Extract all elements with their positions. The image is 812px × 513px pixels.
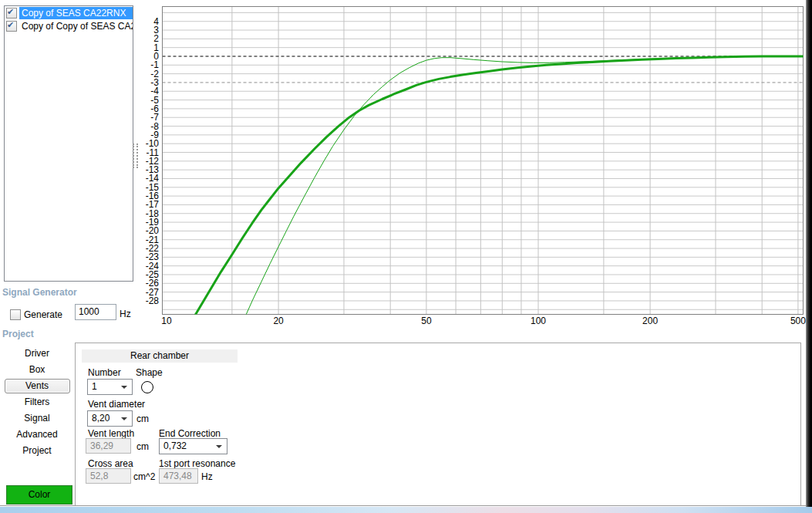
vent-length-unit: cm <box>136 441 149 452</box>
taskbar-sliver <box>0 507 812 513</box>
cross-area-unit: cm^2 <box>133 471 155 482</box>
driver-list-item[interactable]: Copy of SEAS CA22RNX <box>5 6 133 19</box>
shape-circle-icon[interactable] <box>141 381 153 393</box>
frequency-input[interactable]: 1000 <box>75 304 116 320</box>
nav-item-advanced[interactable]: Advanced <box>0 427 74 443</box>
svg-text:-28: -28 <box>146 295 160 306</box>
generate-label: Generate <box>24 309 62 320</box>
color-button[interactable]: Color <box>6 485 72 505</box>
svg-text:100: 100 <box>531 316 546 326</box>
driver-label: Copy of SEAS CA22RNX <box>19 7 133 19</box>
splitter-grip[interactable] <box>133 143 138 168</box>
svg-text:500: 500 <box>790 316 806 326</box>
port-resonance-label: 1st port resonance <box>159 458 235 469</box>
port-resonance-field: 473,48 <box>159 468 198 484</box>
vents-panel: Rear chamber Number Shape 1 Vent diamete… <box>75 343 801 506</box>
port-resonance-unit: Hz <box>201 471 213 482</box>
number-dropdown[interactable]: 1 <box>87 379 133 395</box>
vent-length-field: 36,29 <box>86 438 131 454</box>
end-correction-label: End Correction <box>159 428 221 439</box>
generate-checkbox[interactable] <box>10 309 21 320</box>
vent-diameter-label: Vent diameter <box>88 399 145 410</box>
signal-generator-title: Signal Generator <box>2 287 77 298</box>
svg-text:50: 50 <box>421 316 432 326</box>
nav-item-filters[interactable]: Filters <box>0 394 74 410</box>
vent-diameter-dropdown[interactable]: 8,20 <box>87 410 133 427</box>
driver-label: Copy of Copy of SEAS CA22RNX <box>19 20 133 32</box>
cross-area-label: Cross area <box>88 458 133 469</box>
window-edge-strip <box>806 0 812 507</box>
project-title: Project <box>2 329 34 339</box>
nav-item-project[interactable]: Project <box>0 443 74 459</box>
project-nav: DriverBoxVentsFiltersSignalAdvancedProje… <box>0 346 74 459</box>
number-label: Number <box>88 367 121 378</box>
nav-item-driver[interactable]: Driver <box>0 346 74 362</box>
frequency-unit-label: Hz <box>120 309 131 319</box>
driver-checkbox[interactable] <box>6 21 17 32</box>
driver-list[interactable]: Copy of SEAS CA22RNXCopy of Copy of SEAS… <box>4 5 133 282</box>
end-correction-dropdown[interactable]: 0,732 <box>159 438 227 454</box>
svg-text:200: 200 <box>642 316 658 326</box>
svg-text:10: 10 <box>161 316 172 326</box>
nav-item-signal[interactable]: Signal <box>0 410 74 427</box>
vent-length-label: Vent length <box>88 428 134 439</box>
nav-item-box[interactable]: Box <box>0 362 74 378</box>
vent-diameter-unit: cm <box>136 413 149 424</box>
shape-label: Shape <box>136 367 163 378</box>
svg-text:20: 20 <box>273 316 284 326</box>
rear-chamber-header: Rear chamber <box>82 349 238 363</box>
window-frame-line <box>0 505 806 506</box>
cross-area-field: 52,8 <box>86 468 131 484</box>
driver-list-item[interactable]: Copy of Copy of SEAS CA22RNX <box>5 19 133 32</box>
driver-checkbox[interactable] <box>6 8 17 19</box>
nav-item-vents[interactable]: Vents <box>5 379 70 393</box>
